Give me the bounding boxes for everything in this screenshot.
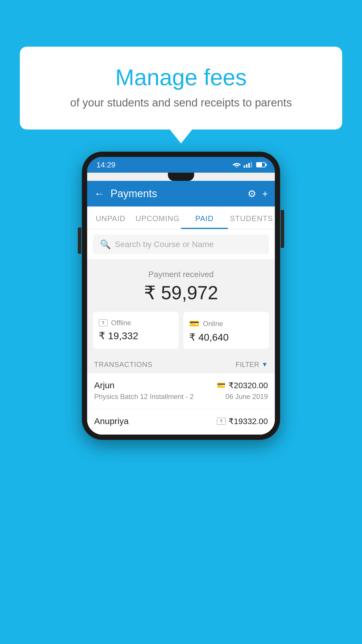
search-input[interactable]: Search by Course or Name (115, 240, 214, 249)
speech-bubble-subtitle: of your students and send receipts to pa… (43, 97, 319, 109)
payment-received-section: Payment received ₹ 59,972 (87, 259, 275, 312)
transaction-amount-2: ₹19332.00 (229, 416, 268, 426)
settings-button[interactable]: ⚙ (247, 188, 256, 200)
search-container: 🔍 Search by Course or Name (87, 229, 275, 259)
phone-frame: 14:29 (82, 152, 280, 440)
offline-card-header: ₹ Offline (99, 319, 173, 327)
transaction-detail: Physics Batch 12 Installment - 2 (94, 393, 194, 401)
app-bar: ← Payments ⚙ + (87, 181, 275, 206)
payment-cards-row: ₹ Offline ₹ 19,332 💳 Online ₹ 40,640 (87, 312, 275, 356)
speech-bubble: Manage fees of your students and send re… (20, 47, 342, 130)
transaction-row-top: Arjun 💳 ₹20320.00 (94, 380, 268, 390)
app-bar-icons: ⚙ + (247, 188, 268, 200)
transaction-item-anupriya[interactable]: Anupriya ₹ ₹19332.00 (87, 409, 275, 435)
transaction-item-arjun[interactable]: Arjun 💳 ₹20320.00 Physics Batch 12 Insta… (87, 373, 275, 409)
transaction-date: 06 June 2019 (226, 393, 268, 401)
online-card: 💳 Online ₹ 40,640 (183, 312, 269, 349)
tab-unpaid[interactable]: UNPAID (87, 206, 134, 229)
signal-icon (244, 162, 252, 168)
status-bar: 14:29 (87, 157, 275, 173)
battery-icon (256, 162, 266, 167)
filter-button[interactable]: FILTER ▼ (236, 360, 268, 369)
transaction-amount-row: 💳 ₹20320.00 (217, 381, 268, 390)
tabs-container: UNPAID UPCOMING PAID STUDENTS (87, 206, 275, 229)
screen-content: 🔍 Search by Course or Name Payment recei… (87, 229, 275, 435)
offline-label: Offline (111, 319, 131, 327)
tab-upcoming[interactable]: UPCOMING (134, 206, 181, 229)
add-button[interactable]: + (262, 188, 268, 200)
transaction-amount-row-2: ₹ ₹19332.00 (217, 416, 268, 426)
svg-point-0 (236, 167, 237, 168)
transactions-header: TRANSACTIONS FILTER ▼ (87, 356, 275, 373)
back-button[interactable]: ← (94, 188, 105, 200)
filter-icon: ▼ (261, 361, 268, 368)
status-time: 14:29 (96, 160, 115, 169)
transaction-row-bottom: Physics Batch 12 Installment - 2 06 June… (94, 393, 268, 401)
phone-notch (168, 173, 194, 181)
speech-bubble-container: Manage fees of your students and send re… (20, 47, 342, 130)
tab-paid[interactable]: PAID (181, 206, 228, 229)
transaction-name: Arjun (94, 380, 115, 390)
offline-amount: ₹ 19,332 (99, 330, 173, 342)
transaction-amount: ₹20320.00 (229, 381, 268, 390)
rupee-box-icon: ₹ (99, 319, 108, 326)
transaction-row-top-2: Anupriya ₹ ₹19332.00 (94, 416, 268, 426)
status-icons (233, 162, 266, 168)
rupee-box-icon-2: ₹ (217, 418, 226, 425)
speech-bubble-title: Manage fees (43, 64, 319, 91)
online-card-header: 💳 Online (189, 319, 263, 328)
app-title: Payments (110, 188, 247, 200)
card-icon: 💳 (189, 319, 199, 328)
transactions-label: TRANSACTIONS (94, 360, 152, 369)
online-label: Online (203, 320, 223, 328)
filter-label: FILTER (236, 360, 259, 369)
transaction-card-icon: 💳 (217, 381, 226, 389)
wifi-icon (233, 162, 241, 168)
transaction-name-2: Anupriya (94, 416, 129, 426)
online-amount: ₹ 40,640 (189, 331, 263, 343)
search-icon: 🔍 (100, 239, 111, 249)
tab-students[interactable]: STUDENTS (228, 206, 275, 229)
payment-received-amount: ₹ 59,972 (87, 282, 275, 304)
payment-received-label: Payment received (87, 270, 275, 279)
search-box[interactable]: 🔍 Search by Course or Name (93, 235, 269, 254)
offline-card: ₹ Offline ₹ 19,332 (93, 312, 179, 349)
